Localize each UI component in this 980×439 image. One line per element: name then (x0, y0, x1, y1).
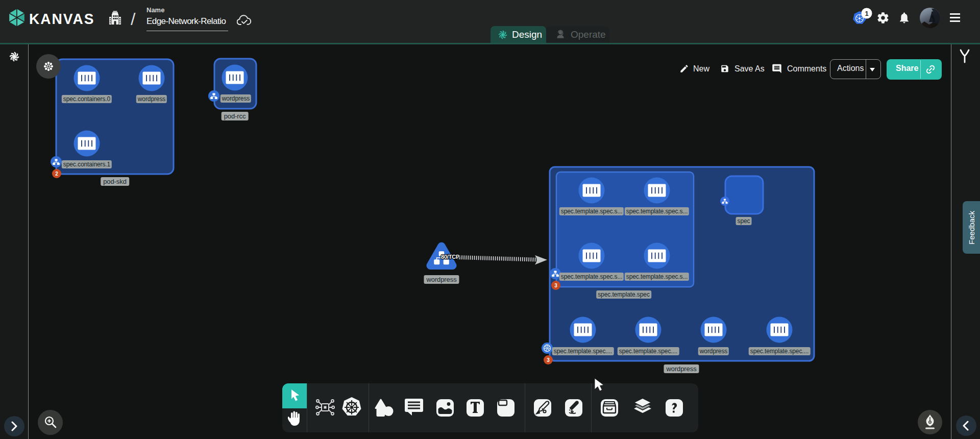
svg-text:3: 3 (547, 357, 550, 363)
svg-text:3: 3 (554, 283, 557, 288)
svg-text:2: 2 (55, 171, 58, 177)
svg-text:1: 1 (865, 10, 868, 17)
svg-text:80/TCP: 80/TCP (441, 254, 459, 260)
